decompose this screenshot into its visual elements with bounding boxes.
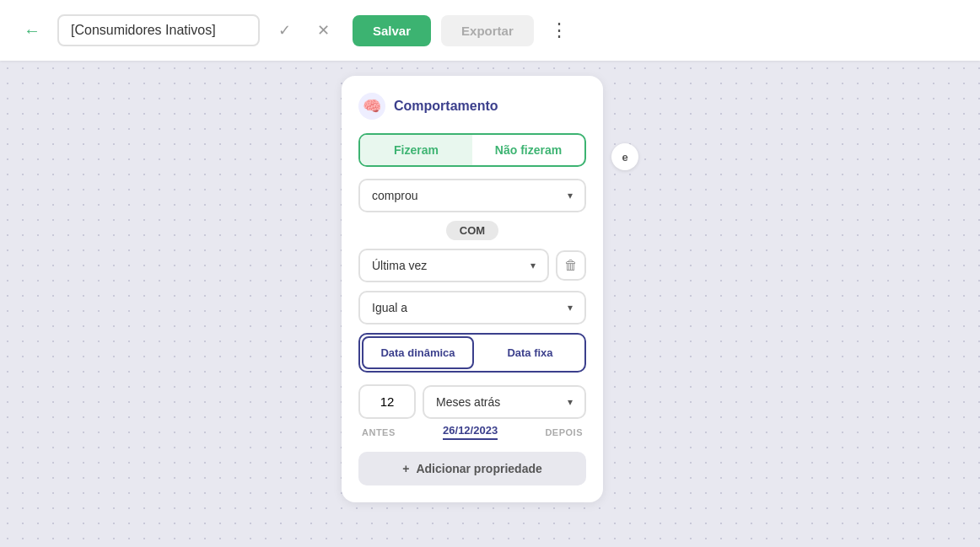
trash-icon: 🗑 <box>564 258 578 273</box>
action-dropdown[interactable]: comprou ▾ <box>358 179 586 212</box>
close-icon: ✕ <box>317 21 330 40</box>
fixed-date-toggle[interactable]: Data fixa <box>476 335 584 371</box>
more-icon: ⋮ <box>550 19 568 41</box>
condition-dropdown-value: Igual a <box>372 301 407 314</box>
chevron-down-icon: ▾ <box>568 396 573 408</box>
after-label: DEPOIS <box>545 427 583 437</box>
check-icon: ✓ <box>278 21 291 40</box>
behavior-card: 🧠 Comportamento Fizeram Não fizeram comp… <box>342 76 603 502</box>
top-bar: ← ✓ ✕ Salvar Exportar ⋮ <box>0 0 980 61</box>
connector-bubble: e <box>611 143 638 170</box>
card-title: Comportamento <box>394 99 498 114</box>
plus-icon: + <box>402 462 409 475</box>
title-input[interactable] <box>57 14 260 46</box>
period-number-input[interactable] <box>358 384 416 419</box>
card-header: 🧠 Comportamento <box>358 93 586 120</box>
time-dropdown-value: Última vez <box>372 259 427 272</box>
chevron-down-icon: ▾ <box>530 260 536 271</box>
back-button[interactable]: ← <box>17 15 47 46</box>
connector-label: e <box>622 151 627 164</box>
main-content: 🧠 Comportamento Fizeram Não fizeram comp… <box>342 76 638 502</box>
time-row: Última vez ▾ 🗑 <box>358 249 586 282</box>
condition-dropdown[interactable]: Igual a ▾ <box>358 291 586 324</box>
cancel-button[interactable]: ✕ <box>309 16 337 45</box>
delete-button[interactable]: 🗑 <box>556 250 586 281</box>
period-dropdown-value: Meses atrás <box>436 395 500 409</box>
did-toggle[interactable]: Fizeram <box>360 135 472 165</box>
did-not-toggle[interactable]: Não fizeram <box>472 135 584 165</box>
add-property-label: Adicionar propriedade <box>416 462 541 475</box>
date-display-row: ANTES 26/12/2023 DEPOIS <box>358 424 586 440</box>
action-dropdown-value: comprou <box>372 189 417 202</box>
period-dropdown[interactable]: Meses atrás ▾ <box>423 385 586 419</box>
chevron-down-icon: ▾ <box>568 302 573 314</box>
confirm-button[interactable]: ✓ <box>270 16 299 45</box>
add-property-button[interactable]: + Adicionar propriedade <box>358 452 586 485</box>
chevron-down-icon: ▾ <box>568 190 573 201</box>
before-label: ANTES <box>362 427 396 437</box>
brain-icon: 🧠 <box>358 93 385 120</box>
period-row: Meses atrás ▾ <box>358 384 586 419</box>
date-type-toggle-group: Data dinâmica Data fixa <box>358 333 586 373</box>
export-button[interactable]: Exportar <box>441 15 534 46</box>
save-button[interactable]: Salvar <box>353 15 431 46</box>
back-icon: ← <box>24 21 40 40</box>
action-toggle-group: Fizeram Não fizeram <box>358 133 586 167</box>
date-value: 26/12/2023 <box>443 424 498 440</box>
com-badge: COM <box>446 221 498 240</box>
time-dropdown[interactable]: Última vez ▾ <box>358 249 549 282</box>
dynamic-date-toggle[interactable]: Data dinâmica <box>362 336 474 369</box>
more-button[interactable]: ⋮ <box>544 15 574 46</box>
